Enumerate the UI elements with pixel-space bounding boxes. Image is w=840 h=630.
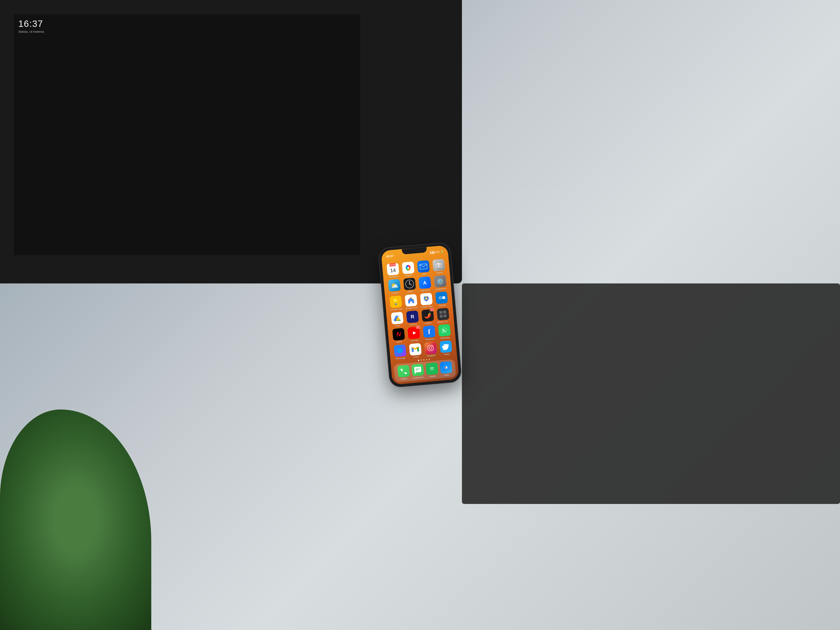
- battery-icon: 🔋: [441, 250, 444, 253]
- svg-rect-21: [444, 314, 447, 317]
- scene: 16:37 Sobota, 14 Kwietnia 16:37 ▐▐▐ WiFi…: [0, 0, 840, 630]
- app-label-twitter: Twitter: [444, 353, 450, 355]
- app-label-netflix: Netflix: [396, 341, 402, 343]
- svg-point-9: [409, 284, 410, 284]
- dock-label-phone: Telefon: [401, 377, 407, 380]
- calendar-day: 14: [390, 266, 396, 275]
- dock-label-messages: Wiadomości: [413, 376, 424, 379]
- dock-label-safari: Safari: [444, 374, 449, 376]
- app-label-pepper: Pepper: [425, 322, 432, 324]
- app-label-googlekeep: Google Keep: [390, 308, 403, 311]
- app-facebook[interactable]: f Facebook: [422, 325, 437, 341]
- app-label-googlehome: Google Home: [405, 306, 418, 310]
- app-appstore[interactable]: A App Store: [417, 276, 433, 292]
- app-aparat[interactable]: Aparat: [431, 258, 447, 275]
- app-label-zdjecia: Zdjęcia: [406, 274, 412, 277]
- monitor-time: 16:37: [18, 19, 356, 29]
- monitor: 16:37 Sobota, 14 Kwietnia: [0, 0, 462, 283]
- app-label-appstore: App Store: [421, 289, 430, 292]
- dot-2: [420, 359, 422, 361]
- app-pogoda[interactable]: ⛅ Pogoda: [387, 279, 403, 295]
- app-label-zdjecia2: Zdjęcie i wideo: [437, 320, 450, 323]
- app-label-aparat: Aparat: [436, 271, 442, 274]
- app-label-zegar: Zegar: [407, 291, 413, 293]
- dock-label-spotify: Spotify: [429, 375, 436, 378]
- dot-4: [426, 359, 428, 360]
- app-label-googlemaps: Google Maps: [421, 305, 433, 308]
- app-label-gmail: Gmail: [413, 355, 418, 358]
- app-mail[interactable]: Mail: [416, 260, 431, 276]
- svg-rect-20: [440, 314, 443, 318]
- dot-1: [418, 360, 419, 361]
- plant: [0, 409, 151, 630]
- dot-5: [429, 359, 430, 360]
- svg-text:A: A: [423, 280, 427, 286]
- app-label-kalendarz: Kalendarz: [389, 275, 398, 278]
- app-twitter[interactable]: 𝕏 Twitter: [438, 340, 454, 356]
- app-googlemaps[interactable]: Google Maps: [418, 292, 434, 309]
- status-icons: ▐▐▐ WiFi 🔋: [429, 250, 444, 254]
- pepper-badge: 11: [430, 308, 434, 311]
- app-label-instagram: Instagram: [427, 354, 436, 357]
- app-label-facebook: Facebook: [425, 338, 434, 341]
- svg-rect-19: [443, 311, 446, 314]
- monitor-date: Sobota, 14 Kwietnia: [18, 30, 356, 33]
- wifi-icon: WiFi: [435, 251, 440, 253]
- app-pepper[interactable]: 🌶️ 11 Pepper: [420, 309, 436, 325]
- app-label-whatsapp: WhatsApp: [440, 336, 450, 339]
- youtube-badge: 62: [416, 326, 420, 329]
- app-revolut[interactable]: R Revolut: [405, 310, 420, 326]
- app-whatsapp[interactable]: WhatsApp: [437, 324, 452, 340]
- svg-rect-27: [428, 345, 434, 351]
- app-instagram[interactable]: Instagram: [423, 341, 439, 358]
- status-time: 16:37: [386, 254, 393, 258]
- monitor-screen: 16:37 Sobota, 14 Kwietnia: [14, 14, 360, 255]
- app-label-ustawienia: Ustawienia: [436, 287, 446, 291]
- app-label-mail: Mail: [422, 273, 426, 275]
- svg-point-4: [438, 264, 440, 266]
- app-googlekeep[interactable]: 💡 Google Keep: [388, 295, 404, 311]
- svg-point-29: [432, 346, 433, 347]
- app-grid: Sobota 14 Kalendarz: [382, 256, 457, 362]
- svg-text:𝕏: 𝕏: [444, 344, 448, 349]
- dot-3: [423, 359, 425, 361]
- app-youtube[interactable]: 62 YouTube: [406, 327, 422, 343]
- dock-phone[interactable]: Telefon: [397, 365, 410, 381]
- app-messenger[interactable]: Messenger: [392, 344, 408, 360]
- app-kalendarz[interactable]: Sobota 14 Kalendarz: [385, 262, 401, 279]
- svg-point-5: [440, 264, 441, 264]
- app-label-dysk: Dysk: [395, 324, 400, 327]
- app-zdjecia[interactable]: Zdjęcia: [400, 261, 416, 277]
- app-label-revolut: Revolut: [410, 323, 417, 326]
- phone-container: 16:37 ▐▐▐ WiFi 🔋 Sobota 14: [378, 242, 462, 388]
- app-outlook[interactable]: Outlook: [434, 291, 450, 307]
- app-ustawienia[interactable]: ⚙️ Ustawienia: [433, 275, 448, 291]
- dock-spotify[interactable]: Spotify: [425, 362, 438, 378]
- dock-safari[interactable]: Safari: [440, 361, 452, 377]
- signal-icon: ▐▐▐: [429, 251, 434, 254]
- svg-point-28: [429, 347, 432, 349]
- app-label-youtube: YouTube: [411, 339, 418, 342]
- app-label-outlook: Outlook: [439, 304, 446, 307]
- svg-rect-18: [439, 311, 442, 314]
- dock: Telefon Wiadomości: [394, 359, 456, 382]
- app-netflix[interactable]: N Netflix: [391, 328, 407, 344]
- svg-point-3: [437, 264, 440, 267]
- app-dysk[interactable]: Dysk: [390, 311, 405, 328]
- app-gmail[interactable]: Gmail: [407, 343, 423, 359]
- app-zegar[interactable]: Zegar: [402, 277, 418, 294]
- app-googlehome[interactable]: Google Home: [403, 294, 419, 310]
- iphone-screen: 16:37 ▐▐▐ WiFi 🔋 Sobota 14: [381, 245, 459, 385]
- dock-messages[interactable]: Wiadomości: [411, 363, 424, 379]
- app-zdjecia2[interactable]: Zdjęcie i wideo: [435, 307, 451, 324]
- app-label-messenger: Messenger: [396, 357, 406, 360]
- keyboard: [462, 283, 840, 504]
- iphone-frame: 16:37 ▐▐▐ WiFi 🔋 Sobota 14: [378, 242, 462, 388]
- app-label-pogoda: Pogoda: [392, 292, 399, 294]
